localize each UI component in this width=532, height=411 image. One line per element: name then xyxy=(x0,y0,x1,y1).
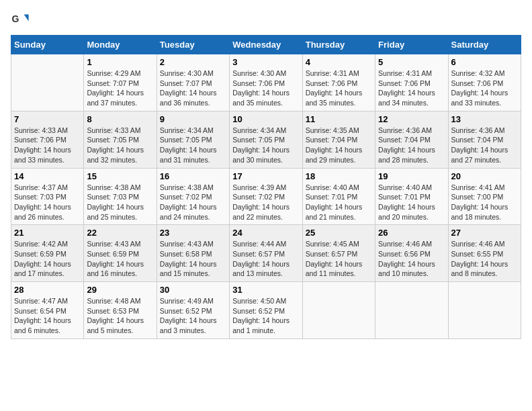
calendar-cell: 11Sunrise: 4:35 AM Sunset: 7:04 PM Dayli… xyxy=(302,111,375,168)
day-number: 29 xyxy=(87,285,153,295)
day-number: 25 xyxy=(306,228,372,238)
calendar-cell: 13Sunrise: 4:36 AM Sunset: 7:04 PM Dayli… xyxy=(448,111,521,168)
week-row-2: 7Sunrise: 4:33 AM Sunset: 7:06 PM Daylig… xyxy=(11,111,521,168)
calendar-cell: 21Sunrise: 4:42 AM Sunset: 6:59 PM Dayli… xyxy=(11,225,84,282)
calendar-cell: 17Sunrise: 4:39 AM Sunset: 7:02 PM Dayli… xyxy=(230,168,302,225)
calendar-cell xyxy=(448,282,521,339)
calendar-cell xyxy=(11,54,84,111)
day-info: Sunrise: 4:45 AM Sunset: 6:57 PM Dayligh… xyxy=(306,239,372,279)
calendar-header: SundayMondayTuesdayWednesdayThursdayFrid… xyxy=(11,36,521,54)
calendar-cell: 23Sunrise: 4:43 AM Sunset: 6:58 PM Dayli… xyxy=(157,225,229,282)
day-number: 14 xyxy=(14,171,81,181)
calendar-cell: 31Sunrise: 4:50 AM Sunset: 6:52 PM Dayli… xyxy=(230,282,302,339)
day-info: Sunrise: 4:39 AM Sunset: 7:02 PM Dayligh… xyxy=(232,183,299,222)
day-number: 24 xyxy=(232,228,299,238)
logo: G xyxy=(11,11,32,30)
day-info: Sunrise: 4:49 AM Sunset: 6:52 PM Dayligh… xyxy=(160,296,226,336)
calendar-cell: 20Sunrise: 4:41 AM Sunset: 7:00 PM Dayli… xyxy=(448,168,521,225)
calendar-cell: 6Sunrise: 4:32 AM Sunset: 7:06 PM Daylig… xyxy=(448,54,521,111)
day-info: Sunrise: 4:32 AM Sunset: 7:06 PM Dayligh… xyxy=(451,68,518,108)
day-info: Sunrise: 4:30 AM Sunset: 7:07 PM Dayligh… xyxy=(160,68,226,108)
day-number: 15 xyxy=(87,171,153,181)
day-info: Sunrise: 4:47 AM Sunset: 6:54 PM Dayligh… xyxy=(14,296,81,336)
day-number: 8 xyxy=(87,114,153,124)
calendar-body: 1Sunrise: 4:29 AM Sunset: 7:07 PM Daylig… xyxy=(11,54,521,339)
day-info: Sunrise: 4:40 AM Sunset: 7:01 PM Dayligh… xyxy=(306,183,372,222)
day-number: 22 xyxy=(87,228,153,238)
day-info: Sunrise: 4:34 AM Sunset: 7:05 PM Dayligh… xyxy=(160,126,226,165)
calendar-cell: 8Sunrise: 4:33 AM Sunset: 7:05 PM Daylig… xyxy=(84,111,157,168)
day-number: 3 xyxy=(232,57,299,67)
day-number: 1 xyxy=(87,57,153,67)
day-number: 6 xyxy=(451,57,518,67)
day-info: Sunrise: 4:43 AM Sunset: 6:58 PM Dayligh… xyxy=(160,239,226,279)
calendar-cell: 29Sunrise: 4:48 AM Sunset: 6:53 PM Dayli… xyxy=(84,282,157,339)
day-number: 18 xyxy=(306,171,372,181)
day-info: Sunrise: 4:29 AM Sunset: 7:07 PM Dayligh… xyxy=(87,68,153,108)
calendar-cell: 26Sunrise: 4:46 AM Sunset: 6:56 PM Dayli… xyxy=(375,225,448,282)
calendar-cell: 22Sunrise: 4:43 AM Sunset: 6:59 PM Dayli… xyxy=(84,225,157,282)
calendar-cell: 19Sunrise: 4:40 AM Sunset: 7:01 PM Dayli… xyxy=(375,168,448,225)
week-row-1: 1Sunrise: 4:29 AM Sunset: 7:07 PM Daylig… xyxy=(11,54,521,111)
calendar-cell: 14Sunrise: 4:37 AM Sunset: 7:03 PM Dayli… xyxy=(11,168,84,225)
day-info: Sunrise: 4:30 AM Sunset: 7:06 PM Dayligh… xyxy=(232,68,299,108)
weekday-header-tuesday: Tuesday xyxy=(157,36,229,54)
day-number: 28 xyxy=(14,285,81,295)
calendar-cell xyxy=(302,282,375,339)
calendar-cell: 3Sunrise: 4:30 AM Sunset: 7:06 PM Daylig… xyxy=(230,54,302,111)
logo-icon: G xyxy=(11,11,30,30)
week-row-4: 21Sunrise: 4:42 AM Sunset: 6:59 PM Dayli… xyxy=(11,225,521,282)
day-info: Sunrise: 4:38 AM Sunset: 7:03 PM Dayligh… xyxy=(87,183,153,222)
day-number: 26 xyxy=(378,228,445,238)
day-number: 13 xyxy=(451,114,518,124)
day-number: 23 xyxy=(160,228,226,238)
day-info: Sunrise: 4:43 AM Sunset: 6:59 PM Dayligh… xyxy=(87,239,153,279)
calendar-cell: 15Sunrise: 4:38 AM Sunset: 7:03 PM Dayli… xyxy=(84,168,157,225)
week-row-3: 14Sunrise: 4:37 AM Sunset: 7:03 PM Dayli… xyxy=(11,168,521,225)
calendar-cell: 7Sunrise: 4:33 AM Sunset: 7:06 PM Daylig… xyxy=(11,111,84,168)
day-info: Sunrise: 4:31 AM Sunset: 7:06 PM Dayligh… xyxy=(306,68,372,108)
header: G xyxy=(11,11,521,30)
week-row-5: 28Sunrise: 4:47 AM Sunset: 6:54 PM Dayli… xyxy=(11,282,521,339)
day-number: 19 xyxy=(378,171,445,181)
day-info: Sunrise: 4:37 AM Sunset: 7:03 PM Dayligh… xyxy=(14,183,81,222)
day-info: Sunrise: 4:34 AM Sunset: 7:05 PM Dayligh… xyxy=(232,126,299,165)
day-number: 10 xyxy=(232,114,299,124)
day-info: Sunrise: 4:40 AM Sunset: 7:01 PM Dayligh… xyxy=(378,183,445,222)
day-info: Sunrise: 4:31 AM Sunset: 7:06 PM Dayligh… xyxy=(378,68,445,108)
calendar-cell: 25Sunrise: 4:45 AM Sunset: 6:57 PM Dayli… xyxy=(302,225,375,282)
weekday-header-thursday: Thursday xyxy=(302,36,375,54)
calendar-cell: 30Sunrise: 4:49 AM Sunset: 6:52 PM Dayli… xyxy=(157,282,229,339)
day-number: 7 xyxy=(14,114,81,124)
day-info: Sunrise: 4:50 AM Sunset: 6:52 PM Dayligh… xyxy=(232,296,299,336)
calendar-cell: 10Sunrise: 4:34 AM Sunset: 7:05 PM Dayli… xyxy=(230,111,302,168)
day-info: Sunrise: 4:38 AM Sunset: 7:02 PM Dayligh… xyxy=(160,183,226,222)
day-info: Sunrise: 4:36 AM Sunset: 7:04 PM Dayligh… xyxy=(451,126,518,165)
calendar-cell: 28Sunrise: 4:47 AM Sunset: 6:54 PM Dayli… xyxy=(11,282,84,339)
day-number: 9 xyxy=(160,114,226,124)
calendar-cell: 12Sunrise: 4:36 AM Sunset: 7:04 PM Dayli… xyxy=(375,111,448,168)
weekday-row: SundayMondayTuesdayWednesdayThursdayFrid… xyxy=(11,36,521,54)
day-info: Sunrise: 4:48 AM Sunset: 6:53 PM Dayligh… xyxy=(87,296,153,336)
calendar-cell xyxy=(375,282,448,339)
day-info: Sunrise: 4:42 AM Sunset: 6:59 PM Dayligh… xyxy=(14,239,81,279)
calendar-cell: 27Sunrise: 4:46 AM Sunset: 6:55 PM Dayli… xyxy=(448,225,521,282)
weekday-header-monday: Monday xyxy=(84,36,157,54)
calendar-cell: 2Sunrise: 4:30 AM Sunset: 7:07 PM Daylig… xyxy=(157,54,229,111)
calendar-cell: 1Sunrise: 4:29 AM Sunset: 7:07 PM Daylig… xyxy=(84,54,157,111)
svg-marker-1 xyxy=(24,15,29,21)
day-info: Sunrise: 4:33 AM Sunset: 7:05 PM Dayligh… xyxy=(87,126,153,165)
day-info: Sunrise: 4:41 AM Sunset: 7:00 PM Dayligh… xyxy=(451,183,518,222)
day-number: 2 xyxy=(160,57,226,67)
day-number: 31 xyxy=(232,285,299,295)
day-info: Sunrise: 4:46 AM Sunset: 6:55 PM Dayligh… xyxy=(451,239,518,279)
svg-text:G: G xyxy=(11,13,19,24)
weekday-header-saturday: Saturday xyxy=(448,36,521,54)
calendar-table: SundayMondayTuesdayWednesdayThursdayFrid… xyxy=(11,35,521,339)
day-number: 30 xyxy=(160,285,226,295)
weekday-header-wednesday: Wednesday xyxy=(230,36,302,54)
weekday-header-friday: Friday xyxy=(375,36,448,54)
day-number: 27 xyxy=(451,228,518,238)
day-number: 5 xyxy=(378,57,445,67)
day-number: 11 xyxy=(306,114,372,124)
